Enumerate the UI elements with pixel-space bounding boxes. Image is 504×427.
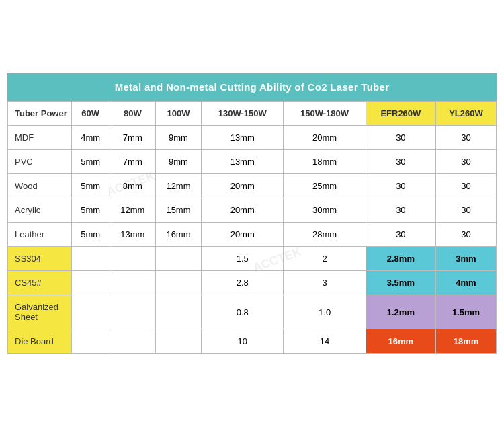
cell-galv-100w [155, 295, 201, 329]
cell-cs45-name: CS45# [8, 271, 72, 295]
cell-leather-150w: 28mm [284, 223, 366, 247]
cell-wood-130w: 20mm [202, 174, 284, 198]
header-efr260w: EFR260W [366, 102, 435, 126]
cell-cs45-60w [71, 271, 110, 295]
cell-dieboard-130w: 10 [202, 329, 284, 354]
cell-pvc-130w: 13mm [202, 150, 284, 174]
cell-acrylic-efr: 30 [366, 198, 435, 223]
cell-dieboard-name: Die Board [8, 329, 72, 354]
cell-acrylic-100w: 15mm [155, 198, 201, 223]
cell-leather-name: Leather [8, 223, 72, 247]
cell-pvc-60w: 5mm [71, 150, 110, 174]
cell-galv-yl: 1.5mm [435, 295, 496, 329]
cell-dieboard-efr: 16mm [366, 329, 435, 354]
cell-dieboard-100w [155, 329, 201, 354]
cell-galv-efr: 1.2mm [366, 295, 435, 329]
row-wood: Wood 5mm 8mm 12mm 20mm 25mm 30 30 [8, 174, 497, 198]
cell-galv-130w: 0.8 [202, 295, 284, 329]
header-130w: 130W-150W [202, 102, 284, 126]
cell-pvc-150w: 18mm [284, 150, 366, 174]
cell-cs45-130w: 2.8 [202, 271, 284, 295]
cell-ss304-150w: 2 [284, 247, 366, 271]
cell-mdf-name: MDF [8, 126, 72, 150]
cell-acrylic-80w: 12mm [110, 198, 155, 223]
cell-acrylic-yl: 30 [435, 198, 496, 223]
cell-wood-80w: 8mm [110, 174, 155, 198]
cell-cs45-100w [155, 271, 201, 295]
cell-acrylic-130w: 20mm [202, 198, 284, 223]
cell-cs45-80w [110, 271, 155, 295]
cell-mdf-60w: 4mm [71, 126, 110, 150]
cell-acrylic-60w: 5mm [71, 198, 110, 223]
header-150w: 150W-180W [284, 102, 366, 126]
cell-cs45-efr: 3.5mm [366, 271, 435, 295]
cell-wood-efr: 30 [366, 174, 435, 198]
row-ss304: SS304 1.5 2 2.8mm 3mm [8, 247, 497, 271]
cell-acrylic-name: Acrylic [8, 198, 72, 223]
cell-ss304-efr: 2.8mm [366, 247, 435, 271]
cell-mdf-80w: 7mm [110, 126, 155, 150]
cell-ss304-80w [110, 247, 155, 271]
cell-ss304-60w [71, 247, 110, 271]
row-acrylic: Acrylic 5mm 12mm 15mm 20mm 30mm 30 30 [8, 198, 497, 223]
cell-leather-efr: 30 [366, 223, 435, 247]
row-mdf: MDF 4mm 7mm 9mm 13mm 20mm 30 30 [8, 126, 497, 150]
row-dieboard: Die Board 10 14 16mm 18mm [8, 329, 497, 354]
cell-pvc-80w: 7mm [110, 150, 155, 174]
cell-galv-150w: 1.0 [284, 295, 366, 329]
cell-mdf-yl: 30 [435, 126, 496, 150]
header-100w: 100W [155, 102, 201, 126]
cell-mdf-efr: 30 [366, 126, 435, 150]
cell-dieboard-60w [71, 329, 110, 354]
cell-leather-80w: 13mm [110, 223, 155, 247]
row-cs45: CS45# 2.8 3 3.5mm 4mm [8, 271, 497, 295]
header-yl260w: YL260W [435, 102, 496, 126]
cell-ss304-name: SS304 [8, 247, 72, 271]
cell-ss304-130w: 1.5 [202, 247, 284, 271]
cell-acrylic-150w: 30mm [284, 198, 366, 223]
table-wrapper: ACCTEK ACCTEK Tuber Power 60W 80W 100W 1… [7, 101, 497, 354]
cell-cs45-150w: 3 [284, 271, 366, 295]
cell-wood-yl: 30 [435, 174, 496, 198]
cell-mdf-100w: 9mm [155, 126, 201, 150]
row-pvc: PVC 5mm 7mm 9mm 13mm 18mm 30 30 [8, 150, 497, 174]
page-title: Metal and Non-metal Cutting Ability of C… [115, 81, 390, 93]
cell-mdf-150w: 20mm [284, 126, 366, 150]
cell-dieboard-150w: 14 [284, 329, 366, 354]
data-table: Tuber Power 60W 80W 100W 130W-150W 150W-… [7, 101, 497, 354]
cell-pvc-name: PVC [8, 150, 72, 174]
header-60w: 60W [71, 102, 110, 126]
cell-galv-80w [110, 295, 155, 329]
header-80w: 80W [110, 102, 155, 126]
cell-pvc-100w: 9mm [155, 150, 201, 174]
cell-dieboard-80w [110, 329, 155, 354]
cell-wood-150w: 25mm [284, 174, 366, 198]
cell-galv-60w [71, 295, 110, 329]
main-container: Metal and Non-metal Cutting Ability of C… [7, 73, 497, 354]
header-material: Tuber Power [8, 102, 72, 126]
cell-leather-yl: 30 [435, 223, 496, 247]
title-bar: Metal and Non-metal Cutting Ability of C… [7, 73, 497, 101]
header-row: Tuber Power 60W 80W 100W 130W-150W 150W-… [8, 102, 497, 126]
cell-pvc-efr: 30 [366, 150, 435, 174]
row-leather: Leather 5mm 13mm 16mm 20mm 28mm 30 30 [8, 223, 497, 247]
cell-cs45-yl: 4mm [435, 271, 496, 295]
cell-leather-60w: 5mm [71, 223, 110, 247]
cell-ss304-yl: 3mm [435, 247, 496, 271]
cell-ss304-100w [155, 247, 201, 271]
cell-wood-60w: 5mm [71, 174, 110, 198]
cell-leather-130w: 20mm [202, 223, 284, 247]
cell-pvc-yl: 30 [435, 150, 496, 174]
cell-mdf-130w: 13mm [202, 126, 284, 150]
cell-wood-name: Wood [8, 174, 72, 198]
cell-galv-name: Galvanized Sheet [8, 295, 72, 329]
row-galvanized: Galvanized Sheet 0.8 1.0 1.2mm 1.5mm [8, 295, 497, 329]
cell-leather-100w: 16mm [155, 223, 201, 247]
cell-dieboard-yl: 18mm [435, 329, 496, 354]
cell-wood-100w: 12mm [155, 174, 201, 198]
